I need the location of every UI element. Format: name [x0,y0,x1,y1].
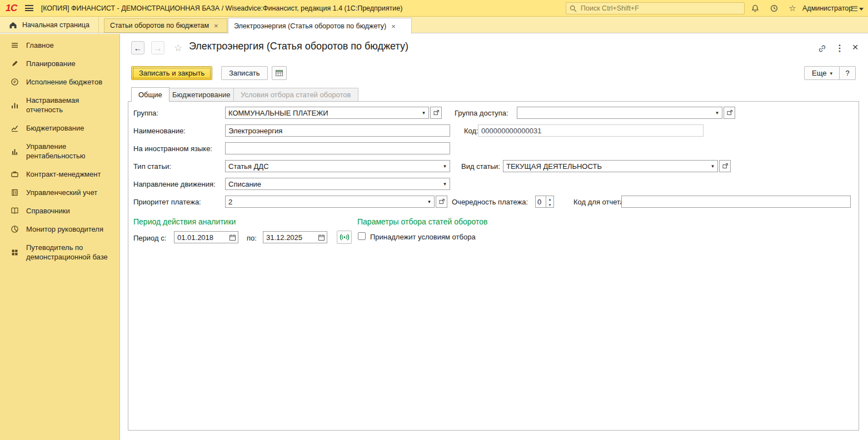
chevron-down-icon [859,8,864,11]
sidebar-item-planning[interactable]: Планирование [0,54,119,73]
signal-waves-icon [340,233,350,241]
window-tab-articles-list[interactable]: Статьи оборотов по бюджетам × [104,18,227,33]
sidebar-item-budgeting[interactable]: Бюджетирование [0,119,119,137]
catalogs-icon [10,207,19,215]
chevron-down-icon: ▾ [711,163,714,169]
chevron-down-icon: ▾ [443,163,446,169]
open-icon [433,109,440,116]
tab-selection-conditions: Условия отбора статей оборотов [233,88,358,101]
code-input[interactable] [478,127,703,135]
show-movements-button[interactable] [272,66,287,80]
foreign-name-field[interactable] [225,142,450,154]
article-kind-open-button[interactable] [719,160,731,172]
code-field[interactable] [478,124,704,137]
sidebar-item-management-accounting[interactable]: Управленческий учет [0,183,119,202]
spin-up-button[interactable]: ▴ [546,196,553,202]
favorite-star-button[interactable]: ☆ [174,42,182,54]
report-code-input[interactable] [622,198,850,206]
period-from-input[interactable] [174,233,227,242]
group-input[interactable] [226,109,419,117]
article-type-input[interactable] [226,162,440,171]
name-label: Наименование: [133,127,186,135]
home-tab[interactable]: Начальная страница [0,17,99,33]
forward-button[interactable]: → [151,41,164,54]
sidebar-item-label: Контракт-менеджмент [26,169,101,179]
period-from-field[interactable] [174,231,238,243]
get-link-button[interactable] [816,42,828,54]
access-group-open-button[interactable] [724,107,735,119]
sidebar-item-catalogs[interactable]: Справочники [0,202,119,220]
chevron-down-icon: ▾ [716,110,719,116]
order-input[interactable] [536,198,546,206]
priority-input[interactable] [226,198,425,206]
dropdown-button[interactable]: ▾ [440,161,450,172]
period-to-label: по: [247,234,257,242]
dropdown-button[interactable]: ▾ [440,178,450,189]
user-menu-button[interactable] [851,3,864,14]
tab-budgeting[interactable]: Бюджетирование [165,88,237,101]
help-button[interactable]: ? [839,66,856,80]
name-field[interactable] [225,124,450,137]
back-button[interactable]: ← [131,41,144,54]
sidebar-item-budget-execution[interactable]: ₽ Исполнение бюджетов [0,73,119,91]
tab-general[interactable]: Общие [131,87,169,102]
access-group-combo[interactable]: ▾ [517,107,722,119]
spin-down-button[interactable]: ▾ [546,202,553,207]
sidebar-item-label: Справочники [26,206,70,216]
sidebar-item-executive-monitor[interactable]: Монитор руководителя [0,220,119,238]
sidebar-item-demo-guide[interactable]: Путеводитель по демонстрационной базе [0,238,119,266]
chevron-down-icon: ▾ [830,71,832,76]
dropdown-button[interactable]: ▾ [425,196,434,207]
article-type-combo[interactable]: ▾ [225,160,450,172]
star-icon: ☆ [174,43,182,53]
save-button[interactable]: Записать [221,66,268,80]
calendar-button[interactable] [227,232,238,243]
direction-label: Направление движения: [133,180,216,188]
close-tab-icon[interactable]: × [391,23,396,30]
direction-combo[interactable]: ▾ [225,178,450,190]
history-button[interactable] [768,3,780,14]
more-button[interactable]: Еще ▾ [804,66,840,80]
foreign-name-input[interactable] [226,144,450,153]
dropdown-button[interactable]: ▾ [712,107,722,118]
search-input[interactable] [580,4,741,13]
period-broadcast-button[interactable] [337,231,352,244]
global-search[interactable] [566,2,745,14]
management-accounting-icon [10,188,19,197]
calendar-button[interactable] [316,232,327,243]
article-kind-input[interactable] [503,162,708,171]
group-combo[interactable]: ▾ [225,107,429,119]
order-spinner[interactable]: ▴ ▾ [535,196,554,208]
current-user[interactable]: Администратор [802,4,852,12]
sidebar-item-contract-management[interactable]: Контракт-менеджмент [0,165,119,183]
access-group-input[interactable] [517,109,712,117]
dropdown-button[interactable]: ▾ [419,107,428,118]
sidebar-item-main[interactable]: Главное [0,36,119,54]
belongs-to-conditions-checkbox[interactable] [358,232,366,240]
history-clock-icon [770,4,779,13]
window-tab-electricity[interactable]: Электроэнергия (Статья оборотов по бюдже… [228,18,412,34]
favorites-button[interactable]: ☆ [786,3,799,14]
name-input[interactable] [226,127,450,135]
direction-input[interactable] [226,180,440,188]
sidebar-item-profitability[interactable]: Управление рентабельностью [0,137,119,165]
notifications-button[interactable] [749,3,761,14]
dropdown-button[interactable]: ▾ [708,161,717,172]
close-tab-icon[interactable]: × [214,22,218,29]
main-menu-icon[interactable] [25,5,33,11]
close-form-button[interactable]: × [849,41,861,53]
budgeting-icon [10,124,19,132]
period-to-input[interactable] [263,233,316,242]
save-and-close-button[interactable]: Записать и закрыть [131,66,212,80]
open-icon [722,163,729,169]
sidebar-item-custom-reports[interactable]: Настраиваемая отчетность [0,91,119,119]
report-code-field[interactable] [621,196,851,208]
article-kind-combo[interactable]: ▾ [503,160,718,172]
group-open-button[interactable] [430,107,442,119]
belongs-to-conditions-label[interactable]: Принадлежит условиям отбора [370,233,476,241]
more-actions-button[interactable]: ⋮ [834,42,846,54]
code-label: Код: [464,127,478,135]
priority-open-button[interactable] [436,196,447,208]
period-to-field[interactable] [263,231,327,243]
priority-combo[interactable]: ▾ [225,196,435,208]
